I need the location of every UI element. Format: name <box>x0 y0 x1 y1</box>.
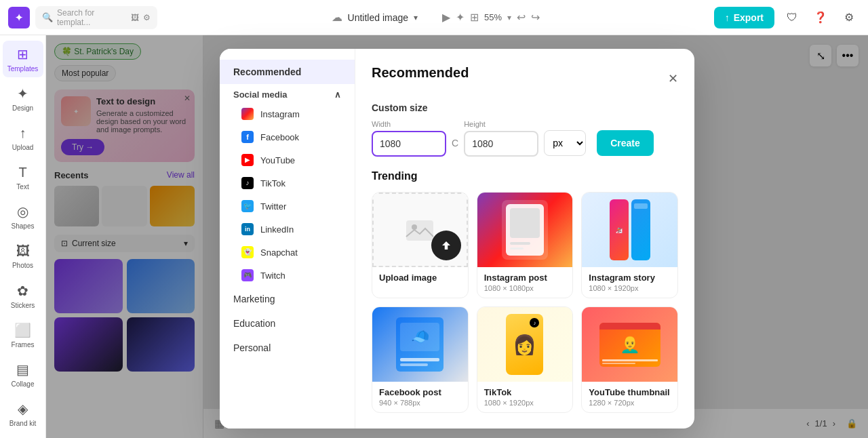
zoom-chevron[interactable]: ▾ <box>507 13 511 22</box>
tiktok-icon: ♪ <box>241 177 254 189</box>
modal-nav-linkedin[interactable]: in LinkedIn <box>220 218 355 241</box>
custom-size-label: Custom size <box>372 102 678 113</box>
sidebar-item-collage[interactable]: ▤ Collage <box>3 357 43 393</box>
linkedin-icon: in <box>241 223 254 235</box>
sidebar-label-collage: Collage <box>12 380 35 388</box>
brand-kit-icon: ◈ <box>18 401 28 417</box>
left-sidebar: ⊞ Templates ✦ Design ↑ Upload T Text ◎ S… <box>0 35 46 438</box>
snapchat-icon: 👻 <box>241 246 254 258</box>
sidebar-item-text[interactable]: T Text <box>3 159 43 196</box>
instagram-label: Instagram <box>260 109 300 119</box>
stickers-icon: ✿ <box>17 283 28 299</box>
width-container: Width <box>372 120 446 157</box>
modal-nav-tiktok[interactable]: ♪ TikTok <box>220 172 355 195</box>
create-button[interactable]: Create <box>597 130 654 156</box>
sidebar-item-design[interactable]: ✦ Design <box>3 80 43 117</box>
topbar-right: ↑ Export 🛡 ❓ ⚙ <box>714 7 860 28</box>
redo-icon[interactable]: ↪ <box>531 11 540 24</box>
upload-icon: ↑ <box>20 125 26 141</box>
sidebar-label-stickers: Stickers <box>11 302 35 309</box>
modal-nav-youtube[interactable]: ▶ YouTube <box>220 148 355 172</box>
sidebar-label-shapes: Shapes <box>12 222 35 230</box>
ig-story-info: Instagram story 1080 × 1920px <box>582 267 677 298</box>
search-bar[interactable]: 🔍 Search for templat... 🖼 ⚙ <box>35 6 157 29</box>
filename[interactable]: Untitled image <box>348 12 409 23</box>
sidebar-item-templates[interactable]: ⊞ Templates <box>3 41 43 77</box>
modal-right-content: Recommended ✕ Custom size Width C Height <box>355 49 694 429</box>
width-label: Width <box>372 120 446 128</box>
sidebar-label-text: Text <box>16 183 28 191</box>
photos-icon: 🖼 <box>16 243 30 259</box>
width-input[interactable] <box>372 131 446 157</box>
zoom-level[interactable]: 55% <box>484 12 502 22</box>
modal-nav-facebook[interactable]: f Facebook <box>220 125 355 148</box>
fb-post-name: Facebook post <box>379 387 461 397</box>
image-search-icon: 🖼 <box>131 13 139 22</box>
sidebar-item-frames[interactable]: ⬜ Frames <box>3 317 43 353</box>
modal-nav-snapchat[interactable]: 👻 Snapchat <box>220 241 355 264</box>
trending-card-ig-post[interactable]: Instagram post 1080 × 1080px <box>477 192 574 298</box>
height-container: Height <box>464 120 538 157</box>
upload-thumb <box>372 193 468 267</box>
ig-story-thumb: 🏂 <box>582 193 677 267</box>
facebook-label: Facebook <box>260 132 299 142</box>
tiktok-thumb: 👩 ♪ <box>477 307 573 382</box>
modal-nav-twitter[interactable]: 🐦 Twitter <box>220 195 355 218</box>
modal-nav-instagram[interactable]: Instagram <box>220 102 355 125</box>
shield-icon[interactable]: 🛡 <box>781 7 803 28</box>
trending-card-yt-thumb[interactable]: 👨‍🦲 YouTube thumbnail <box>581 306 678 413</box>
sidebar-item-brand-kit[interactable]: ◈ Brand kit <box>3 396 43 433</box>
design-icon: ✦ <box>17 85 28 102</box>
filter-icon: ⚙ <box>143 13 151 22</box>
height-input[interactable] <box>464 131 538 157</box>
modal-nav-social-media[interactable]: Social media ∧ <box>220 84 355 102</box>
sidebar-item-photos[interactable]: 🖼 Photos <box>3 238 43 275</box>
trending-card-fb-post[interactable]: 🧢 Facebook post 940 × 788px <box>372 306 469 413</box>
tiktok-name: TikTok <box>484 387 566 397</box>
trending-card-upload[interactable]: Upload image <box>372 192 469 298</box>
youtube-icon: ▶ <box>241 154 254 166</box>
chevron-down-icon[interactable]: ▾ <box>414 13 418 22</box>
ig-post-thumb <box>477 193 573 267</box>
youtube-label: YouTube <box>260 155 295 165</box>
upload-card-info: Upload image <box>372 267 468 288</box>
app-logo[interactable]: ✦ <box>8 7 30 28</box>
instagram-icon <box>241 108 254 120</box>
trending-label: Trending <box>372 170 678 182</box>
twitter-label: Twitter <box>260 201 286 212</box>
modal-wrapper: Recommended Social media ∧ Instagram f F… <box>220 49 694 429</box>
settings-icon[interactable]: ⚙ <box>838 7 860 28</box>
modal-nav-recommended[interactable]: Recommended <box>220 60 355 84</box>
facebook-icon: f <box>241 131 254 143</box>
sidebar-item-shapes[interactable]: ◎ Shapes <box>3 199 43 235</box>
unit-select[interactable]: px mm cm in <box>544 130 586 156</box>
svg-rect-4 <box>510 242 530 245</box>
modal-nav-marketing[interactable]: Marketing <box>220 287 355 311</box>
snapchat-label: Snapchat <box>260 247 298 258</box>
shapes-icon: ◎ <box>17 203 28 220</box>
sidebar-label-brand-kit: Brand kit <box>9 420 36 428</box>
ig-story-size: 1080 × 1920px <box>589 284 671 292</box>
modal-nav-personal[interactable]: Personal <box>220 336 355 360</box>
trending-card-tiktok[interactable]: 👩 ♪ TikTok 1080 × 1920px <box>477 306 574 413</box>
modal-nav-education[interactable]: Education <box>220 311 355 336</box>
modal-nav-twitch[interactable]: 🎮 Twitch <box>220 264 355 287</box>
sidebar-item-stickers[interactable]: ✿ Stickers <box>3 277 43 314</box>
resize-icon[interactable]: ⊞ <box>470 11 479 24</box>
modal-left-nav: Recommended Social media ∧ Instagram f F… <box>220 49 355 429</box>
fb-post-size: 940 × 788px <box>379 399 461 407</box>
sidebar-item-upload[interactable]: ↑ Upload <box>3 119 43 156</box>
fb-post-thumb: 🧢 <box>372 307 468 382</box>
modal-close-button[interactable]: ✕ <box>668 73 678 85</box>
undo-icon[interactable]: ↩ <box>517 11 526 24</box>
tiktok-size: 1080 × 1920px <box>484 399 566 407</box>
fb-post-info: Facebook post 940 × 788px <box>372 382 468 412</box>
template-modal: Recommended Social media ∧ Instagram f F… <box>220 49 694 429</box>
text-icon: T <box>18 165 26 180</box>
svg-rect-3 <box>510 208 540 238</box>
export-button[interactable]: ↑ Export <box>714 7 774 28</box>
magic-icon[interactable]: ✦ <box>456 11 465 24</box>
play-icon[interactable]: ▶ <box>442 11 450 24</box>
help-icon[interactable]: ❓ <box>810 7 831 28</box>
trending-card-ig-story[interactable]: 🏂 Instagram story 1080 × 1920px <box>581 192 678 298</box>
